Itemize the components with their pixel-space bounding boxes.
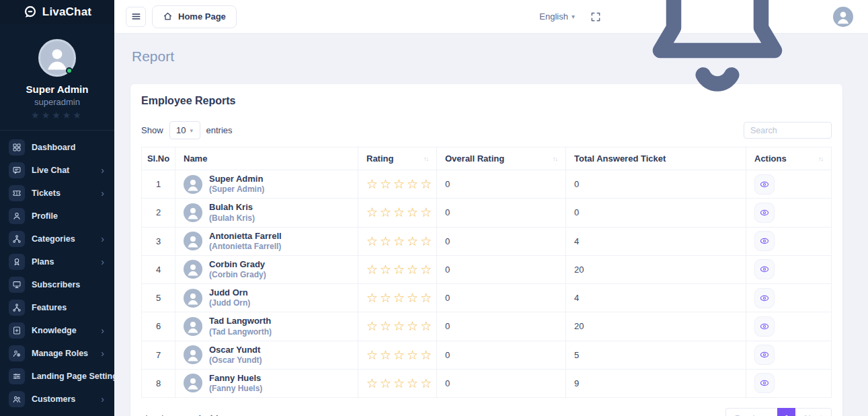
sidebar-item-plans[interactable]: Plans › <box>0 250 114 273</box>
column-header-rating[interactable]: Rating↑↓ <box>358 147 437 170</box>
employee-name: Corbin Grady <box>209 259 266 270</box>
fullscreen-icon[interactable] <box>590 11 602 23</box>
view-report-button[interactable] <box>754 316 775 337</box>
home-icon <box>163 11 173 22</box>
sidebar-item-live-chat[interactable]: Live Chat › <box>0 159 114 182</box>
sidebar-profile: Super Admin superadmin ★★★★★ <box>0 24 114 131</box>
brand[interactable]: LivaChat <box>0 0 114 24</box>
notifications-button[interactable]: 0 <box>617 0 818 118</box>
user-avatar[interactable] <box>833 7 853 27</box>
employee-name: Oscar Yundt <box>209 345 262 355</box>
sidebar: LivaChat Super Admin superadmin ★★★★★ Da… <box>0 0 114 416</box>
column-header-overall-rating[interactable]: Overall Rating↑↓ <box>437 147 566 170</box>
employee-alias: (Judd Orn) <box>209 298 250 308</box>
chevron-right-icon: › <box>101 234 106 244</box>
manage-roles-icon <box>12 349 22 358</box>
person-icon <box>185 347 201 363</box>
customers-icon <box>12 394 22 404</box>
row-slno: 6 <box>142 312 175 341</box>
overall-rating-value: 0 <box>437 284 566 312</box>
view-report-button[interactable] <box>754 259 775 279</box>
rating-stars: ☆☆☆☆☆ <box>366 234 434 248</box>
plans-icon <box>12 257 22 267</box>
employee-alias: (Fanny Huels) <box>209 384 262 394</box>
view-report-button[interactable] <box>754 203 775 223</box>
view-report-button[interactable] <box>754 231 775 251</box>
sidebar-item-profile[interactable]: Profile <box>0 205 114 228</box>
row-slno: 5 <box>142 284 175 312</box>
person-icon <box>185 176 201 193</box>
sidebar-item-categories[interactable]: Categories › <box>0 228 114 250</box>
profile-name: Super Admin <box>0 83 114 95</box>
topbar: Home Page English ▾ 0 <box>114 0 868 34</box>
profile-icon <box>12 211 22 221</box>
column-header-actions[interactable]: Actions↑↓ <box>746 147 832 170</box>
person-icon <box>185 375 201 391</box>
search-input[interactable] <box>744 122 832 139</box>
caret-down-icon: ▾ <box>571 13 575 20</box>
table-row: 6 Tad Langworth (Tad Langworth) ☆☆☆☆☆ 0 … <box>142 312 832 341</box>
profile-avatar[interactable] <box>38 39 76 77</box>
employee-name: Bulah Kris <box>209 202 255 213</box>
home-page-button[interactable]: Home Page <box>152 5 237 28</box>
language-dropdown[interactable]: English ▾ <box>539 11 575 22</box>
page-size-select[interactable]: 10 ▾ <box>169 121 200 139</box>
total-answered-ticket-value: 9 <box>566 369 746 397</box>
main-area: Home Page English ▾ 0 Report Employee Re… <box>114 0 868 416</box>
eye-icon <box>759 236 770 246</box>
pagination: Previous 1 Next <box>725 408 832 416</box>
rating-stars: ☆☆☆☆☆ <box>366 263 434 277</box>
sidebar-item-landing-page-settings[interactable]: Landing Page Settings › <box>0 365 114 388</box>
chevron-right-icon: › <box>101 326 106 335</box>
card-footer: showing page 1 of 1 Previous 1 Next <box>141 408 832 416</box>
total-answered-ticket-value: 4 <box>566 284 746 312</box>
eye-icon <box>759 207 770 218</box>
chevron-right-icon: › <box>101 349 106 358</box>
sidebar-item-customers[interactable]: Customers › <box>0 388 114 411</box>
sort-icon[interactable]: ↑↓ <box>424 155 428 162</box>
sort-icon[interactable]: ↑↓ <box>553 155 557 162</box>
entries-label: entries <box>206 125 233 135</box>
sidebar-item-manage-roles[interactable]: Manage Roles › <box>0 342 114 365</box>
table-row: 7 Oscar Yundt (Oscar Yundt) ☆☆☆☆☆ 0 5 <box>142 341 832 369</box>
column-header-total-answered-ticket: Total Answered Ticket <box>566 147 746 170</box>
person-icon <box>834 8 852 26</box>
current-page-button[interactable]: 1 <box>777 408 795 416</box>
overall-rating-value: 0 <box>437 312 566 341</box>
knowledge-icon <box>12 326 22 335</box>
sidebar-item-knowledge[interactable]: Knowledge › <box>0 319 114 342</box>
view-report-button[interactable] <box>754 288 775 308</box>
employee-avatar <box>184 374 202 392</box>
view-report-button[interactable] <box>754 174 775 195</box>
person-icon <box>185 290 201 306</box>
rating-stars: ☆☆☆☆☆ <box>366 376 434 390</box>
employee-avatar <box>184 232 202 250</box>
eye-icon <box>759 349 770 360</box>
sidebar-menu: Dashboard Live Chat › Tickets › Profile … <box>0 131 114 416</box>
previous-page-button[interactable]: Previous <box>725 408 778 416</box>
row-slno: 1 <box>142 170 175 199</box>
eye-icon <box>759 179 770 190</box>
live-chat-icon <box>12 166 22 175</box>
sort-icon[interactable]: ↑↓ <box>818 155 823 162</box>
profile-username: superadmin <box>0 97 114 107</box>
view-report-button[interactable] <box>754 373 775 393</box>
sidebar-item-tickets[interactable]: Tickets › <box>0 182 114 205</box>
language-label: English <box>539 11 568 22</box>
column-header-name: Name <box>175 147 358 170</box>
sidebar-item-features[interactable]: Features <box>0 296 114 319</box>
profile-rating-stars: ★★★★★ <box>0 110 114 120</box>
employee-name: Super Admin <box>209 174 264 184</box>
menu-icon <box>130 11 142 22</box>
sidebar-toggle-button[interactable] <box>126 7 146 27</box>
sidebar-item-dashboard[interactable]: Dashboard <box>0 136 114 159</box>
row-slno: 8 <box>142 369 175 397</box>
next-page-button[interactable]: Next <box>795 408 832 416</box>
view-report-button[interactable] <box>754 345 775 365</box>
employee-alias: (Tad Langworth) <box>209 327 272 337</box>
brand-name: LivaChat <box>42 5 91 19</box>
eye-icon <box>759 293 770 304</box>
sidebar-item-subscribers[interactable]: Subscribers <box>0 273 114 296</box>
total-answered-ticket-value: 20 <box>566 255 746 283</box>
row-slno: 4 <box>142 255 175 283</box>
